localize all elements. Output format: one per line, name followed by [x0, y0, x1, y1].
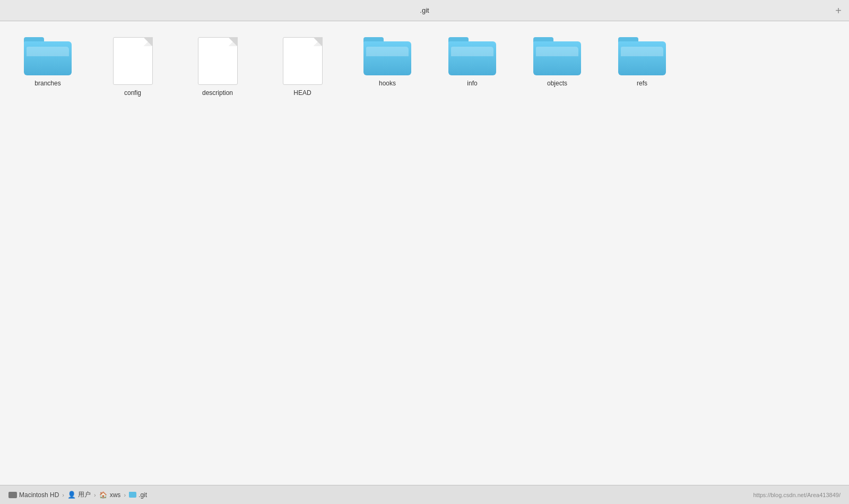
file-label: config — [124, 89, 141, 98]
file-label: refs — [637, 80, 647, 88]
disk-icon — [8, 492, 17, 498]
file-item-refs[interactable]: refs — [616, 37, 669, 98]
folder-icon — [363, 37, 411, 75]
folder-icon — [129, 492, 136, 498]
breadcrumb-label: xws — [110, 491, 121, 499]
breadcrumb-item-users-dir[interactable]: 👤 用户 — [67, 490, 91, 499]
person-icon: 👤 — [67, 491, 76, 499]
file-label: objects — [547, 80, 567, 88]
breadcrumb-label: .git — [138, 491, 147, 499]
new-tab-button[interactable]: + — [835, 5, 842, 16]
breadcrumb-item-macintosh-hd[interactable]: Macintosh HD — [8, 491, 59, 499]
file-item-hooks[interactable]: hooks — [361, 37, 414, 98]
folder-icon — [24, 37, 72, 75]
file-item-objects[interactable]: objects — [531, 37, 584, 98]
folder-icon — [448, 37, 496, 75]
folder-icon — [618, 37, 666, 75]
breadcrumb: Macintosh HD › 👤 用户 › 🏠 xws › .git — [8, 490, 147, 499]
breadcrumb-label: Macintosh HD — [19, 491, 59, 499]
file-label: info — [467, 80, 477, 88]
file-item-info[interactable]: info — [446, 37, 499, 98]
home-icon: 🏠 — [99, 491, 108, 499]
file-icon — [283, 37, 323, 85]
file-item-head[interactable]: HEAD — [276, 37, 329, 98]
file-item-description[interactable]: description — [191, 37, 244, 98]
folder-icon — [533, 37, 581, 75]
breadcrumb-label: 用户 — [78, 490, 91, 499]
file-grid: branches config description HEAD — [21, 37, 828, 98]
file-item-config[interactable]: config — [106, 37, 159, 98]
breadcrumb-item-xws-dir[interactable]: 🏠 xws — [99, 491, 121, 499]
file-label: branches — [34, 80, 60, 88]
file-label: description — [202, 89, 233, 98]
file-label: hooks — [379, 80, 396, 88]
window-title: .git — [420, 6, 429, 14]
file-label: HEAD — [293, 89, 311, 98]
breadcrumb-separator: › — [124, 492, 126, 498]
breadcrumb-separator: › — [62, 492, 64, 498]
file-browser-content: branches config description HEAD — [0, 21, 849, 485]
statusbar: Macintosh HD › 👤 用户 › 🏠 xws › .git https… — [0, 485, 849, 504]
file-icon — [198, 37, 238, 85]
breadcrumb-item-git-dir[interactable]: .git — [129, 491, 147, 499]
titlebar: .git + — [0, 0, 849, 21]
file-icon — [113, 37, 153, 85]
file-item-branches[interactable]: branches — [21, 37, 74, 98]
statusbar-right-text: https://blog.csdn.net/Area413849/ — [753, 492, 841, 498]
breadcrumb-separator: › — [94, 492, 96, 498]
